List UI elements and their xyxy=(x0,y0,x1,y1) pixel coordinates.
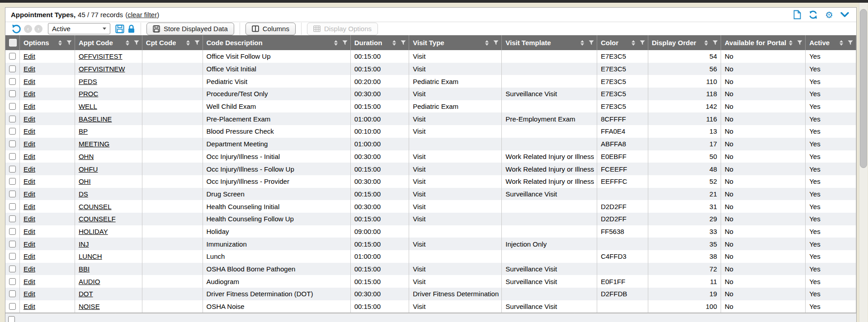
edit-link[interactable]: Edit xyxy=(24,165,35,173)
filter-funnel-icon[interactable] xyxy=(797,40,802,45)
row-checkbox[interactable] xyxy=(9,53,16,60)
filter-funnel-icon[interactable] xyxy=(134,40,139,45)
column-header-visit_template[interactable]: Visit Template xyxy=(502,35,597,50)
appt-code-link[interactable]: COUNSELF xyxy=(79,215,116,223)
filter-funnel-icon[interactable] xyxy=(640,40,645,45)
edit-link[interactable]: Edit xyxy=(24,103,35,110)
sort-icon[interactable] xyxy=(704,40,708,46)
filter-funnel-icon[interactable] xyxy=(848,40,853,45)
row-checkbox[interactable] xyxy=(9,65,16,72)
edit-link[interactable]: Edit xyxy=(24,140,35,148)
sort-icon[interactable] xyxy=(840,40,843,46)
sort-icon[interactable] xyxy=(789,40,793,46)
row-checkbox[interactable] xyxy=(9,191,16,197)
edit-link[interactable]: Edit xyxy=(24,265,35,273)
column-header-display_order[interactable]: Display Order xyxy=(648,35,721,50)
row-checkbox[interactable] xyxy=(9,266,16,272)
row-checkbox[interactable] xyxy=(9,78,16,85)
edit-link[interactable]: Edit xyxy=(24,290,35,298)
clear-filter-link[interactable]: clear filter xyxy=(127,11,157,19)
filter-funnel-icon[interactable] xyxy=(589,40,594,45)
sort-icon[interactable] xyxy=(580,40,584,46)
appt-code-link[interactable]: OHFU xyxy=(79,165,98,173)
undo-icon[interactable] xyxy=(11,23,22,34)
edit-link[interactable]: Edit xyxy=(24,278,35,285)
columns-button[interactable]: Columns xyxy=(245,23,296,35)
row-checkbox[interactable] xyxy=(9,278,16,285)
appt-code-link[interactable]: BBI xyxy=(79,265,90,273)
lock-view-icon[interactable] xyxy=(127,24,135,33)
new-document-icon[interactable] xyxy=(793,10,801,19)
row-checkbox[interactable] xyxy=(9,303,16,310)
next-page-button[interactable]: › xyxy=(34,25,42,33)
edit-link[interactable]: Edit xyxy=(24,153,35,160)
edit-link[interactable]: Edit xyxy=(24,177,35,185)
appt-code-link[interactable]: INJ xyxy=(79,240,89,248)
edit-link[interactable]: Edit xyxy=(24,203,35,210)
edit-link[interactable]: Edit xyxy=(24,90,35,98)
edit-link[interactable]: Edit xyxy=(24,228,35,235)
filter-funnel-icon[interactable] xyxy=(194,40,200,45)
edit-link[interactable]: Edit xyxy=(24,252,35,260)
row-checkbox[interactable] xyxy=(8,316,15,322)
appt-code-link[interactable]: COUNSEL xyxy=(79,203,112,210)
filter-funnel-icon[interactable] xyxy=(401,40,406,45)
appt-code-link[interactable]: OFFVISITEST xyxy=(79,52,123,60)
filter-funnel-icon[interactable] xyxy=(493,40,499,45)
previous-page-button[interactable]: ‹ xyxy=(24,25,32,33)
appt-code-link[interactable]: WELL xyxy=(79,103,97,110)
column-header-color[interactable]: Color xyxy=(597,35,648,50)
settings-gear-icon[interactable]: ⚙ xyxy=(825,10,833,19)
column-header-cpt_code[interactable]: Cpt Code xyxy=(142,35,203,50)
row-checkbox[interactable] xyxy=(9,128,16,135)
appt-code-link[interactable]: PROC xyxy=(79,90,98,98)
edit-link[interactable]: Edit xyxy=(24,65,35,73)
filter-funnel-icon[interactable] xyxy=(712,40,718,45)
appt-code-link[interactable]: DS xyxy=(79,190,88,198)
column-header-portal[interactable]: Available for Portal xyxy=(721,35,806,50)
edit-link[interactable]: Edit xyxy=(24,303,35,310)
filter-funnel-icon[interactable] xyxy=(66,40,72,45)
refresh-icon[interactable] xyxy=(808,10,818,19)
select-all-checkbox[interactable] xyxy=(9,39,17,47)
appt-code-link[interactable]: LUNCH xyxy=(79,252,102,260)
appt-code-link[interactable]: NOISE xyxy=(79,303,100,310)
column-header-options[interactable]: Options xyxy=(20,35,75,50)
row-checkbox[interactable] xyxy=(9,203,16,210)
row-checkbox[interactable] xyxy=(9,103,16,110)
row-checkbox[interactable] xyxy=(9,290,16,297)
row-checkbox[interactable] xyxy=(9,153,16,160)
sort-icon[interactable] xyxy=(632,40,635,46)
column-header-description[interactable]: Code Description xyxy=(203,35,350,50)
edit-link[interactable]: Edit xyxy=(24,52,35,60)
sort-icon[interactable] xyxy=(58,40,62,46)
appt-code-link[interactable]: DOT xyxy=(79,290,93,298)
vertical-scrollbar[interactable] xyxy=(859,3,868,322)
appt-code-link[interactable]: PEDS xyxy=(79,78,97,85)
appt-code-link[interactable]: AUDIO xyxy=(79,278,100,285)
row-checkbox[interactable] xyxy=(9,178,16,185)
appt-code-link[interactable]: MEETING xyxy=(79,140,109,148)
sort-icon[interactable] xyxy=(334,40,338,46)
sort-icon[interactable] xyxy=(126,40,129,46)
column-header-appt_code[interactable]: Appt Code xyxy=(75,35,142,50)
row-checkbox[interactable] xyxy=(9,241,16,247)
store-displayed-data-button[interactable]: Store Displayed Data xyxy=(146,23,234,35)
edit-link[interactable]: Edit xyxy=(24,215,35,223)
edit-link[interactable]: Edit xyxy=(24,190,35,198)
column-header-duration[interactable]: Duration xyxy=(350,35,409,50)
sort-icon[interactable] xyxy=(392,40,396,46)
filter-funnel-icon[interactable] xyxy=(342,40,348,45)
appt-code-link[interactable]: BASELINE xyxy=(79,115,112,123)
row-checkbox[interactable] xyxy=(9,140,16,147)
edit-link[interactable]: Edit xyxy=(24,115,35,123)
column-header-active[interactable]: Active xyxy=(806,35,856,50)
row-checkbox[interactable] xyxy=(9,228,16,235)
view-filter-dropdown[interactable]: Active xyxy=(48,23,110,34)
appt-code-link[interactable]: HOLIDAY xyxy=(79,228,108,235)
save-view-icon[interactable] xyxy=(115,24,124,33)
row-checkbox[interactable] xyxy=(9,166,16,173)
sort-icon[interactable] xyxy=(485,40,489,46)
expand-more-icon[interactable] xyxy=(840,12,849,18)
row-checkbox[interactable] xyxy=(9,90,16,97)
